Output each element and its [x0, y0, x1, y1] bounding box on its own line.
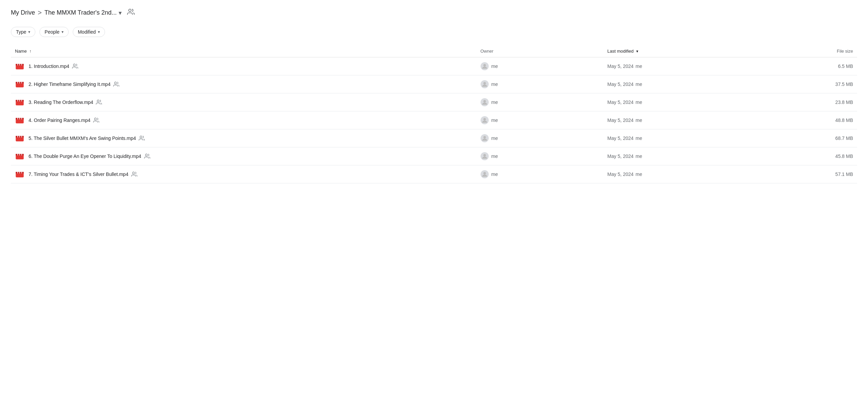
- modified-date: May 5, 2024: [607, 172, 633, 177]
- table-row[interactable]: 1. Introduction.mp4 me May 5, 2024 me 6.…: [11, 57, 857, 75]
- modified-date: May 5, 2024: [607, 118, 633, 123]
- svg-point-38: [140, 136, 142, 138]
- file-name-cell[interactable]: 1. Introduction.mp4: [11, 57, 476, 75]
- file-name-cell[interactable]: 4. Order Pairing Ranges.mp4: [11, 111, 476, 129]
- owner-name: me: [491, 64, 498, 69]
- file-size-cell: 23.8 MB: [756, 93, 857, 111]
- modified-by: me: [636, 154, 642, 159]
- avatar: [481, 134, 489, 142]
- file-owner-cell: me: [476, 57, 604, 75]
- file-size-cell: 45.8 MB: [756, 147, 857, 165]
- breadcrumb-current-label[interactable]: The MMXM Trader's 2nd...: [45, 9, 117, 16]
- filter-type-label: Type: [16, 29, 26, 35]
- video-file-icon: [15, 169, 24, 179]
- video-file-icon: [15, 61, 24, 71]
- video-file-icon: [15, 115, 24, 125]
- svg-point-46: [145, 154, 147, 156]
- file-owner-cell: me: [476, 93, 604, 111]
- chevron-down-icon: ▾: [98, 30, 100, 34]
- column-name-header[interactable]: Name ↑: [11, 45, 476, 57]
- sort-modified-arrow-icon: ▾: [636, 49, 638, 54]
- filter-type-button[interactable]: Type ▾: [11, 27, 35, 37]
- file-owner-cell: me: [476, 129, 604, 147]
- filter-bar: Type ▾ People ▾ Modified ▾: [11, 27, 857, 37]
- shared-icon: [139, 135, 145, 142]
- table-header-row: Name ↑ Owner Last modified ▾ File size: [11, 45, 857, 57]
- file-modified-cell: May 5, 2024 me: [603, 75, 756, 93]
- file-name-cell[interactable]: 7. Timing Your Trades & ICT's Silver Bul…: [11, 165, 476, 183]
- chevron-down-icon: ▾: [62, 30, 64, 34]
- shared-icon: [131, 171, 137, 178]
- file-name-label: 1. Introduction.mp4: [29, 64, 69, 69]
- video-file-icon: [15, 97, 24, 107]
- owner-name: me: [491, 100, 498, 105]
- video-file-icon: [15, 79, 24, 89]
- avatar: [481, 62, 489, 70]
- svg-point-30: [94, 118, 97, 120]
- chevron-down-icon[interactable]: ▾: [119, 9, 122, 17]
- file-name-label: 3. Reading The Orderflow.mp4: [29, 100, 93, 105]
- filter-people-button[interactable]: People ▾: [39, 27, 69, 37]
- file-table: Name ↑ Owner Last modified ▾ File size 1…: [11, 45, 857, 183]
- file-modified-cell: May 5, 2024 me: [603, 129, 756, 147]
- svg-point-6: [73, 64, 75, 66]
- svg-point-22: [97, 100, 99, 102]
- column-owner-header: Owner: [476, 45, 604, 57]
- file-modified-cell: May 5, 2024 me: [603, 111, 756, 129]
- file-name-label: 7. Timing Your Trades & ICT's Silver Bul…: [29, 172, 128, 177]
- video-file-icon: [15, 133, 24, 143]
- modified-by: me: [636, 100, 642, 105]
- file-name-cell[interactable]: 2. Higher Timeframe Simplifying It.mp4: [11, 75, 476, 93]
- svg-point-32: [483, 118, 486, 121]
- share-people-icon[interactable]: [127, 8, 135, 17]
- filter-modified-button[interactable]: Modified ▾: [73, 27, 105, 37]
- breadcrumb: My Drive > The MMXM Trader's 2nd... ▾: [11, 8, 857, 17]
- svg-point-40: [483, 136, 486, 139]
- file-name-cell[interactable]: 3. Reading The Orderflow.mp4: [11, 93, 476, 111]
- file-modified-cell: May 5, 2024 me: [603, 147, 756, 165]
- file-name-cell[interactable]: 6. The Double Purge An Eye Opener To Liq…: [11, 147, 476, 165]
- breadcrumb-current: The MMXM Trader's 2nd... ▾: [45, 9, 122, 17]
- shared-icon: [72, 63, 78, 70]
- file-size-cell: 48.8 MB: [756, 111, 857, 129]
- modified-by: me: [636, 64, 642, 69]
- video-file-icon: [15, 151, 24, 161]
- file-modified-cell: May 5, 2024 me: [603, 165, 756, 183]
- breadcrumb-separator: >: [38, 9, 42, 17]
- table-row[interactable]: 7. Timing Your Trades & ICT's Silver Bul…: [11, 165, 857, 183]
- avatar: [481, 116, 489, 124]
- table-row[interactable]: 4. Order Pairing Ranges.mp4 me May 5, 20…: [11, 111, 857, 129]
- filter-people-label: People: [45, 29, 59, 35]
- file-modified-cell: May 5, 2024 me: [603, 57, 756, 75]
- filter-modified-label: Modified: [78, 29, 96, 35]
- file-name-label: 4. Order Pairing Ranges.mp4: [29, 118, 90, 123]
- column-size-header: File size: [756, 45, 857, 57]
- svg-point-24: [483, 100, 486, 103]
- svg-point-48: [483, 154, 486, 157]
- column-modified-header[interactable]: Last modified ▾: [603, 45, 756, 57]
- table-row[interactable]: 6. The Double Purge An Eye Opener To Liq…: [11, 147, 857, 165]
- owner-name: me: [491, 118, 498, 123]
- table-row[interactable]: 5. The Silver Bullet MMXM's Are Swing Po…: [11, 129, 857, 147]
- avatar: [481, 98, 489, 106]
- svg-point-54: [132, 172, 134, 174]
- shared-icon: [93, 117, 99, 124]
- table-row[interactable]: 3. Reading The Orderflow.mp4 me May 5, 2…: [11, 93, 857, 111]
- breadcrumb-root[interactable]: My Drive: [11, 9, 35, 16]
- modified-date: May 5, 2024: [607, 64, 633, 69]
- sort-arrow-icon: ↑: [29, 49, 31, 54]
- file-owner-cell: me: [476, 165, 604, 183]
- file-name-label: 6. The Double Purge An Eye Opener To Liq…: [29, 154, 141, 159]
- avatar: [481, 152, 489, 160]
- svg-point-14: [115, 82, 117, 84]
- shared-icon: [144, 153, 150, 160]
- owner-name: me: [491, 82, 498, 87]
- file-owner-cell: me: [476, 75, 604, 93]
- file-size-cell: 37.5 MB: [756, 75, 857, 93]
- avatar: [481, 170, 489, 178]
- file-name-cell[interactable]: 5. The Silver Bullet MMXM's Are Swing Po…: [11, 129, 476, 147]
- file-name-label: 2. Higher Timeframe Simplifying It.mp4: [29, 82, 110, 87]
- modified-by: me: [636, 82, 642, 87]
- table-row[interactable]: 2. Higher Timeframe Simplifying It.mp4 m…: [11, 75, 857, 93]
- modified-by: me: [636, 136, 642, 141]
